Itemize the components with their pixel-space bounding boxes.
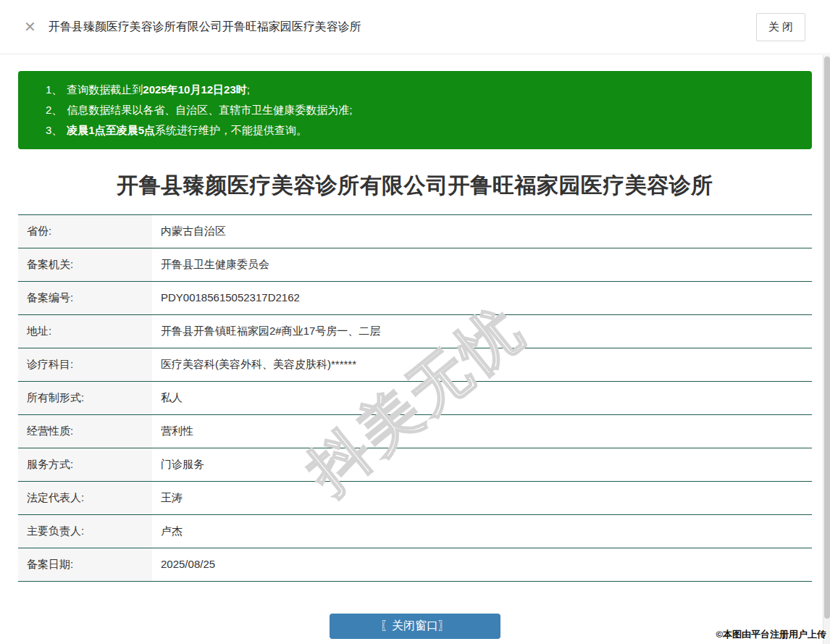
notice-line-2: 2、信息数据结果以各省、自治区、直辖市卫生健康委数据为准; (46, 100, 797, 120)
row-label: 地址: (18, 315, 152, 348)
close-x-icon[interactable]: ✕ (24, 20, 36, 34)
notice-line-1-suffix: ; (247, 83, 250, 96)
row-label: 备案日期: (18, 548, 152, 581)
notice-line-1-number: 1、 (46, 83, 62, 96)
vertical-scrollbar-track[interactable] (823, 55, 830, 644)
row-value: 门诊服务 (152, 448, 812, 481)
window-titlebar: ✕ 开鲁县臻颜医疗美容诊所有限公司开鲁旺福家园医疗美容诊所 关 闭 (0, 0, 830, 54)
row-label: 省份: (18, 215, 152, 248)
platform-upload-caption: ©本图由平台注册用户上传 (716, 628, 826, 641)
close-button[interactable]: 关 闭 (756, 13, 805, 41)
table-row-filing-date: 备案日期: 2025/08/25 (18, 548, 812, 582)
row-value: 2025/08/25 (152, 548, 812, 581)
row-label: 经营性质: (18, 415, 152, 448)
table-row-main-person-in-charge: 主要负责人: 卢杰 (18, 515, 812, 548)
notice-line-3: 3、凌晨1点至凌晨5点系统进行维护，不能提供查询。 (46, 120, 797, 141)
table-row-province: 省份: 内蒙古自治区 (18, 215, 812, 248)
button-row: 〖关闭窗口〗 (18, 614, 812, 639)
notice-line-2-number: 2、 (46, 104, 62, 116)
table-row-ownership: 所有制形式: 私人 (18, 382, 812, 415)
main-content: 1、查询数据截止到2025年10月12日23时; 2、信息数据结果以各省、自治区… (0, 71, 830, 639)
row-value: 内蒙古自治区 (152, 215, 812, 248)
row-value: 开鲁县卫生健康委员会 (152, 248, 812, 281)
row-label: 备案编号: (18, 282, 152, 314)
row-value: 开鲁县开鲁镇旺福家园2#商业17号房一、二层 (152, 315, 812, 348)
table-row-treatment-subjects: 诊疗科目: 医疗美容科(美容外科、美容皮肤科)****** (18, 348, 812, 382)
table-row-legal-representative: 法定代表人: 王涛 (18, 482, 812, 515)
window-title: 开鲁县臻颜医疗美容诊所有限公司开鲁旺福家园医疗美容诊所 (49, 20, 756, 35)
table-row-operation-nature: 经营性质: 营利性 (18, 415, 812, 448)
row-label: 法定代表人: (18, 482, 152, 514)
row-value: 营利性 (152, 415, 812, 448)
notice-line-1-text: 查询数据截止到 (67, 83, 143, 96)
notice-line-3-number: 3、 (46, 124, 62, 136)
notice-line-1: 1、查询数据截止到2025年10月12日23时; (46, 80, 797, 100)
page-title: 开鲁县臻颜医疗美容诊所有限公司开鲁旺福家园医疗美容诊所 (18, 171, 812, 201)
table-row-service-mode: 服务方式: 门诊服务 (18, 448, 812, 482)
row-value: 卢杰 (152, 515, 812, 548)
close-window-button[interactable]: 〖关闭窗口〗 (330, 614, 500, 639)
table-row-filing-authority: 备案机关: 开鲁县卫生健康委员会 (18, 248, 812, 282)
row-label: 备案机关: (18, 248, 152, 281)
row-label: 主要负责人: (18, 515, 152, 548)
row-label: 诊疗科目: (18, 348, 152, 381)
notice-line-1-bold: 2025年10月12日23时 (143, 83, 246, 96)
table-row-filing-number: 备案编号: PDY00185615052317D2162 (18, 282, 812, 315)
notice-line-3-suffix: 系统进行维护，不能提供查询。 (155, 124, 307, 136)
table-row-address: 地址: 开鲁县开鲁镇旺福家园2#商业17号房一、二层 (18, 315, 812, 348)
row-value: 医疗美容科(美容外科、美容皮肤科)****** (152, 348, 812, 381)
notice-box: 1、查询数据截止到2025年10月12日23时; 2、信息数据结果以各省、自治区… (18, 71, 812, 149)
notice-line-2-text: 信息数据结果以各省、自治区、直辖市卫生健康委数据为准; (67, 104, 352, 116)
record-table: 省份: 内蒙古自治区 备案机关: 开鲁县卫生健康委员会 备案编号: PDY001… (18, 214, 812, 582)
row-value: 王涛 (152, 482, 812, 514)
row-value: 私人 (152, 382, 812, 414)
vertical-scrollbar-thumb[interactable] (824, 57, 830, 619)
notice-line-3-bold: 凌晨1点至凌晨5点 (67, 124, 155, 136)
row-label: 服务方式: (18, 448, 152, 481)
row-label: 所有制形式: (18, 382, 152, 414)
row-value: PDY00185615052317D2162 (152, 282, 812, 314)
